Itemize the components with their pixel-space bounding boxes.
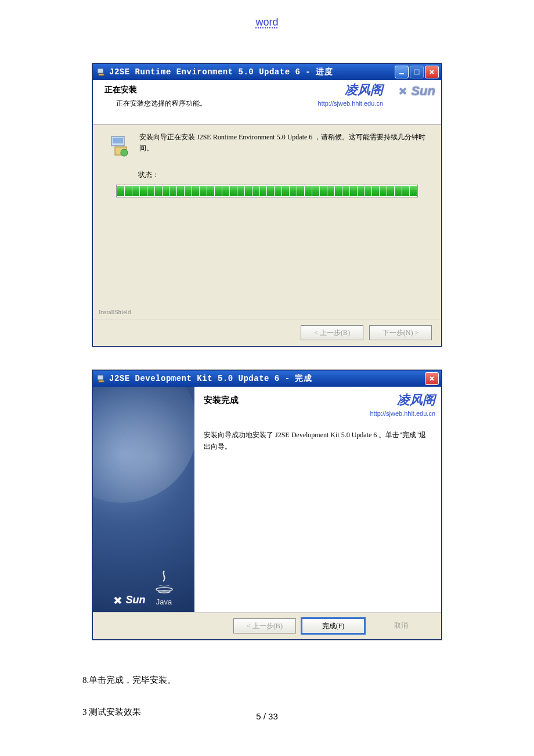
install-package-icon <box>108 134 131 157</box>
svg-rect-11 <box>99 380 104 382</box>
status-label: 状态： <box>138 170 432 180</box>
window-controls <box>425 372 439 385</box>
svg-point-15 <box>158 591 170 593</box>
brand-area: 凌风阁 http://sjweb.hhit.edu.cn <box>370 391 435 417</box>
body-line-1: 8.单击完成，完毕安装。 <box>82 675 459 686</box>
complete-body: Sun Java 安装完成 凌风阁 <box>93 387 441 612</box>
complete-message: 安装向导成功地安装了 J2SE Development Kit 5.0 Upda… <box>204 429 432 453</box>
progress-bar <box>116 185 418 197</box>
close-button[interactable] <box>425 66 439 78</box>
complete-right: 安装完成 凌风阁 http://sjweb.hhit.edu.cn 安装向导成功… <box>194 387 441 612</box>
client-area: 安装向导正在安装 J2SE Runtime Environment 5.0 Up… <box>93 125 441 319</box>
svg-rect-1 <box>99 74 104 75</box>
svg-rect-7 <box>113 138 123 143</box>
brand-text: 凌风阁 <box>317 81 383 99</box>
svg-rect-0 <box>98 69 103 73</box>
sidebar-graphic: Sun Java <box>93 387 194 612</box>
page-content: J2SE Runtime Environment 5.0 Update 6 - … <box>0 28 534 718</box>
java-logo: Java <box>153 570 176 606</box>
next-button: 下一步(N) > <box>369 325 432 340</box>
window-controls <box>395 66 439 78</box>
brand-url: http://sjweb.hhit.edu.cn <box>317 100 383 107</box>
titlebar: J2SE Runtime Environment 5.0 Update 6 - … <box>93 64 441 80</box>
back-button: < 上一步(B) <box>233 618 296 633</box>
close-button[interactable] <box>425 372 439 385</box>
svg-rect-3 <box>414 70 419 74</box>
maximize-button <box>410 66 424 78</box>
sun-logo: Sun <box>397 84 435 99</box>
titlebar-text: J2SE Development Kit 5.0 Update 6 - 完成 <box>109 373 421 384</box>
install-shield-label: InstallShield <box>99 308 131 315</box>
sun-logo: Sun <box>112 594 146 606</box>
installer-complete-window: J2SE Development Kit 5.0 Update 6 - 完成 S… <box>92 370 442 640</box>
page-number: 5 / 33 <box>0 711 534 721</box>
titlebar-text: J2SE Runtime Environment 5.0 Update 6 - … <box>109 67 391 77</box>
header-panel: 正在安装 正在安装您选择的程序功能。 凌风阁 http://sjweb.hhit… <box>93 80 441 125</box>
cancel-button: 取消 <box>370 618 432 632</box>
svg-rect-10 <box>98 375 103 380</box>
button-row: < 上一步(B) 下一步(N) > <box>93 319 441 346</box>
java-label: Java <box>153 597 176 606</box>
doc-header: word <box>0 0 534 28</box>
svg-point-9 <box>121 149 128 156</box>
installer-progress-window: J2SE Runtime Environment 5.0 Update 6 - … <box>92 63 442 347</box>
brand-text: 凌风阁 <box>370 391 435 409</box>
svg-rect-2 <box>399 73 404 74</box>
sun-label: Sun <box>411 84 435 99</box>
finish-button[interactable]: 完成(F) <box>302 618 365 633</box>
brand-area: 凌风阁 http://sjweb.hhit.edu.cn <box>317 81 383 107</box>
button-row: < 上一步(B) 完成(F) 取消 <box>93 612 441 639</box>
brand-url: http://sjweb.hhit.edu.cn <box>370 410 435 417</box>
installer-icon <box>96 67 106 77</box>
sun-label: Sun <box>126 594 146 606</box>
installer-icon <box>96 374 106 383</box>
titlebar: J2SE Development Kit 5.0 Update 6 - 完成 <box>93 370 441 387</box>
back-button: < 上一步(B) <box>301 325 363 340</box>
install-message: 安装向导正在安装 J2SE Runtime Environment 5.0 Up… <box>139 132 432 154</box>
minimize-button[interactable] <box>395 66 409 78</box>
